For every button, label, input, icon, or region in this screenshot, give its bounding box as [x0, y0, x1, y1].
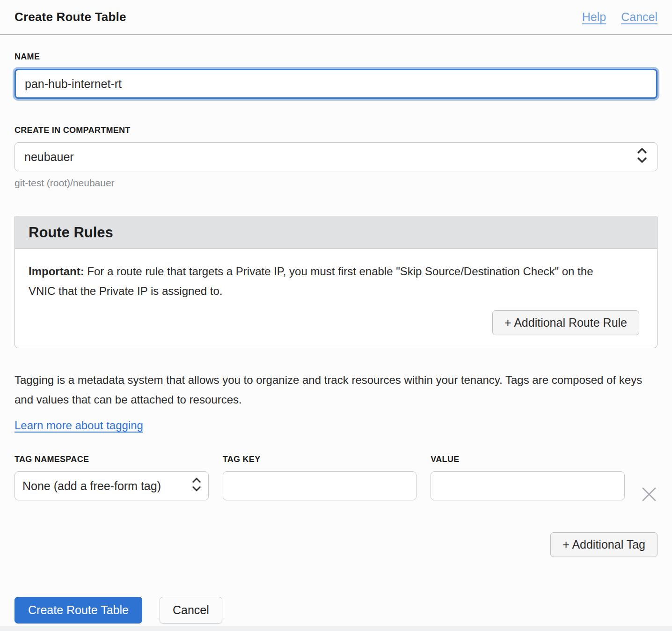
important-label: Important: — [29, 265, 84, 278]
compartment-section: CREATE IN COMPARTMENT neubauer git-test … — [15, 125, 657, 189]
create-route-table-panel: Create Route Table Help Cancel NAME CREA… — [0, 0, 672, 626]
header-cancel-link[interactable]: Cancel — [621, 10, 657, 24]
additional-tag-button[interactable]: + Additional Tag — [550, 532, 657, 557]
page-background-strip — [0, 626, 672, 631]
route-rules-title: Route Rules — [29, 224, 643, 241]
compartment-select[interactable]: neubauer — [15, 142, 657, 171]
tag-value-input[interactable] — [431, 471, 625, 500]
help-link[interactable]: Help — [582, 10, 606, 24]
tagging-description: Tagging is a metadata system that allows… — [15, 370, 657, 410]
name-label: NAME — [15, 52, 657, 62]
header-links: Help Cancel — [582, 10, 657, 24]
route-rules-important-note: Important: For a route rule that targets… — [29, 262, 609, 301]
tag-key-column: TAG KEY — [223, 455, 417, 500]
learn-more-tagging-link[interactable]: Learn more about tagging — [15, 419, 143, 432]
tag-value-column: VALUE — [431, 455, 625, 500]
cancel-button[interactable]: Cancel — [160, 597, 222, 624]
chevron-up-down-icon — [191, 477, 202, 495]
add-tag-button-row: + Additional Tag — [15, 532, 657, 557]
tag-namespace-select[interactable]: None (add a free-form tag) — [15, 471, 209, 500]
remove-tag-button[interactable] — [641, 486, 657, 503]
close-icon — [641, 486, 657, 504]
tag-value-label: VALUE — [431, 455, 625, 464]
route-rules-body: Important: For a route rule that targets… — [15, 249, 657, 348]
compartment-selected-value: neubauer — [24, 150, 74, 164]
tag-namespace-selected-value: None (add a free-form tag) — [22, 479, 161, 493]
compartment-path-helper: git-test (root)/neubauer — [15, 177, 657, 189]
page-title: Create Route Table — [15, 10, 126, 24]
tag-key-label: TAG KEY — [223, 455, 417, 464]
additional-route-rule-button[interactable]: + Additional Route Rule — [492, 310, 639, 335]
chevron-up-down-icon — [636, 147, 648, 167]
route-rule-button-row: + Additional Route Rule — [29, 310, 639, 335]
tag-key-input[interactable] — [223, 471, 417, 500]
form-body: NAME CREATE IN COMPARTMENT neubauer git-… — [0, 52, 672, 624]
important-text: For a route rule that targets a Private … — [29, 265, 593, 297]
route-rules-header: Route Rules — [15, 216, 657, 249]
tag-namespace-column: TAG NAMESPACE None (add a free-form tag) — [15, 455, 209, 500]
compartment-label: CREATE IN COMPARTMENT — [15, 125, 657, 135]
route-rules-section: Route Rules Important: For a route rule … — [15, 216, 657, 348]
create-route-table-button[interactable]: Create Route Table — [15, 597, 142, 624]
name-section: NAME — [15, 52, 657, 99]
panel-header: Create Route Table Help Cancel — [0, 0, 672, 35]
form-actions: Create Route Table Cancel — [15, 597, 657, 624]
name-input[interactable] — [15, 69, 657, 99]
tag-row: TAG NAMESPACE None (add a free-form tag)… — [15, 455, 657, 503]
tag-namespace-label: TAG NAMESPACE — [15, 455, 209, 464]
